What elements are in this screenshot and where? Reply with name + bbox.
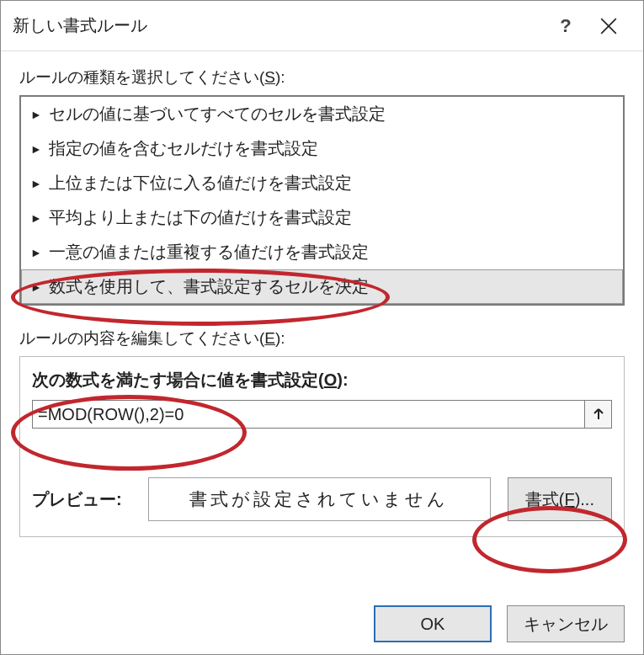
rule-type-label-suffix: ): xyxy=(275,68,285,86)
formula-heading: 次の数式を満たす場合に値を書式設定(O): xyxy=(32,369,612,391)
cancel-button[interactable]: キャンセル xyxy=(507,605,625,642)
rule-type-item-label: 上位または下位に入る値だけを書式設定 xyxy=(49,172,352,194)
rule-type-item-label: 指定の値を含むセルだけを書式設定 xyxy=(49,137,318,160)
rule-type-item-label: セルの値に基づいてすべてのセルを書式設定 xyxy=(49,103,386,125)
preview-row: プレビュー: 書式が設定されていません 書式(F)... xyxy=(32,477,612,521)
formula-input[interactable] xyxy=(33,401,584,428)
bullet-icon: ► xyxy=(30,108,42,121)
bullet-icon: ► xyxy=(30,246,42,259)
format-button-accel: F xyxy=(564,490,574,509)
arrow-up-icon xyxy=(592,407,605,421)
rule-edit-label-suffix: ): xyxy=(275,329,285,347)
rule-type-item[interactable]: ► 平均より上または下の値だけを書式設定 xyxy=(21,200,623,235)
formula-heading-accel: O xyxy=(324,370,338,389)
ok-button[interactable]: OK xyxy=(374,605,492,642)
rule-type-item[interactable]: ► 上位または下位に入る値だけを書式設定 xyxy=(21,166,623,200)
rule-type-item-label: 数式を使用して、書式設定するセルを決定 xyxy=(49,275,369,298)
format-button-suffix: )... xyxy=(575,490,594,509)
dialog-buttons: OK キャンセル xyxy=(374,605,625,642)
dialog-titlebar: 新しい書式ルール ? xyxy=(1,1,643,51)
rule-edit-label: ルールの内容を編集してください(E): xyxy=(19,328,625,349)
formula-panel: 次の数式を満たす場合に値を書式設定(O): プレビュー: 書式が設定されていませ… xyxy=(19,356,625,537)
rule-type-item[interactable]: ► 一意の値または重複する値だけを書式設定 xyxy=(21,235,623,269)
new-formatting-rule-dialog: 新しい書式ルール ? ルールの種類を選択してください(S): ► セルの値に基づ… xyxy=(0,0,644,655)
close-button[interactable] xyxy=(586,9,631,43)
rule-type-accel: S xyxy=(264,68,275,86)
formula-heading-prefix: 次の数式を満たす場合に値を書式設定( xyxy=(32,370,324,389)
close-icon xyxy=(599,17,618,35)
format-button-prefix: 書式( xyxy=(525,488,565,511)
rule-type-item[interactable]: ► セルの値に基づいてすべてのセルを書式設定 xyxy=(21,97,623,131)
bullet-icon: ► xyxy=(30,142,42,156)
rule-edit-section: ルールの内容を編集してください(E): 次の数式を満たす場合に値を書式設定(O)… xyxy=(19,328,625,537)
bullet-icon: ► xyxy=(30,177,42,190)
rule-type-item-label: 平均より上または下の値だけを書式設定 xyxy=(49,206,352,229)
rule-edit-label-prefix: ルールの内容を編集してください( xyxy=(19,329,264,347)
dialog-title: 新しい書式ルール xyxy=(13,14,546,37)
formula-row xyxy=(32,400,612,429)
rule-type-item-label: 一意の値または重複する値だけを書式設定 xyxy=(49,241,369,264)
rule-type-label-prefix: ルールの種類を選択してください( xyxy=(19,68,264,86)
rule-type-label: ルールの種類を選択してください(S): xyxy=(19,67,625,88)
dialog-body: ルールの種類を選択してください(S): ► セルの値に基づいてすべてのセルを書式… xyxy=(1,51,643,537)
rule-edit-accel: E xyxy=(264,329,275,347)
range-picker-button[interactable] xyxy=(584,401,611,428)
rule-type-list[interactable]: ► セルの値に基づいてすべてのセルを書式設定 ► 指定の値を含むセルだけを書式設… xyxy=(19,95,625,306)
format-button[interactable]: 書式(F)... xyxy=(508,477,612,521)
rule-type-item[interactable]: ► 数式を使用して、書式設定するセルを決定 xyxy=(21,269,623,304)
rule-type-item[interactable]: ► 指定の値を含むセルだけを書式設定 xyxy=(21,131,623,166)
help-button[interactable]: ? xyxy=(546,15,586,37)
bullet-icon: ► xyxy=(30,211,42,225)
preview-label: プレビュー: xyxy=(32,488,131,511)
formula-heading-suffix: ): xyxy=(337,370,348,389)
preview-box: 書式が設定されていません xyxy=(148,477,491,521)
bullet-icon: ► xyxy=(30,280,42,294)
